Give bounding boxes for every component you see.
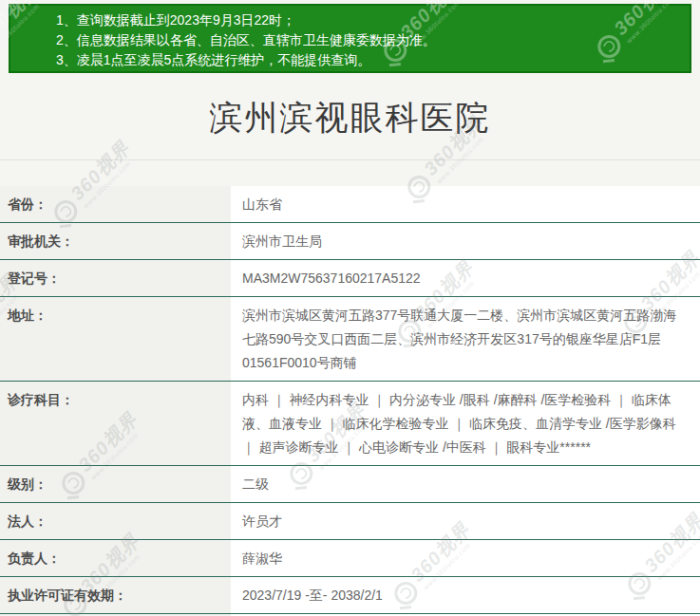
info-table: 省份： 山东省 审批机关： 滨州市卫生局 登记号： MA3M2W75637160… bbox=[0, 186, 700, 616]
row-value: 山东省 bbox=[231, 186, 700, 222]
row-label: 负责人： bbox=[0, 540, 231, 576]
row-label: 登记号： bbox=[0, 260, 231, 296]
row-label: 法人： bbox=[0, 503, 231, 539]
row-value: 二级 bbox=[231, 466, 700, 502]
row-value: 2023/7/19 -至- 2038/2/1 bbox=[231, 577, 700, 613]
row-label: 地址： bbox=[0, 297, 231, 381]
table-row-level: 级别： 二级 bbox=[0, 466, 700, 503]
row-label: 级别： bbox=[0, 466, 231, 502]
row-value: MA3M2W75637160217A5122 bbox=[231, 260, 700, 296]
table-row-registration-number: 登记号： MA3M2W75637160217A5122 bbox=[0, 260, 700, 297]
table-row-medical-subjects: 诊疗科目： 内科 ｜ 神经内科专业 ｜ 内分泌专业 /眼科 /麻醉科 /医学检验… bbox=[0, 382, 700, 466]
table-row-address: 地址： 滨州市滨城区黄河五路377号联通大厦一二楼、滨州市滨城区黄河五路渤海七路… bbox=[0, 297, 700, 382]
page-title: 滨州滨视眼科医院 bbox=[0, 99, 700, 136]
row-value: 薛淑华 bbox=[231, 540, 700, 576]
row-value: 滨州市滨城区黄河五路377号联通大厦一二楼、滨州市滨城区黄河五路渤海七路590号… bbox=[231, 297, 700, 381]
notice-banner: 1、查询数据截止到2023年9月3日22时； 2、信息数据结果以各省、自治区、直… bbox=[9, 4, 691, 73]
row-label: 执业许可证有效期： bbox=[0, 577, 231, 613]
row-value: 内科 ｜ 神经内科专业 ｜ 内分泌专业 /眼科 /麻醉科 /医学检验科 ｜ 临床… bbox=[231, 382, 700, 465]
table-row-approval-authority: 审批机关： 滨州市卫生局 bbox=[0, 223, 700, 260]
row-label: 诊疗科目： bbox=[0, 382, 231, 465]
hospital-info-page: 1、查询数据截止到2023年9月3日22时； 2、信息数据结果以各省、自治区、直… bbox=[0, 0, 700, 616]
notice-line-2: 2、信息数据结果以各省、自治区、直辖市卫生健康委数据为准。 bbox=[56, 30, 680, 50]
row-value: 滨州市卫生局 bbox=[231, 223, 700, 259]
row-value: 许员才 bbox=[231, 503, 700, 539]
row-label: 省份： bbox=[0, 186, 231, 222]
table-row-province: 省份： 山东省 bbox=[0, 186, 700, 223]
table-row-person-in-charge: 负责人： 薛淑华 bbox=[0, 540, 700, 577]
row-label: 审批机关： bbox=[0, 223, 231, 259]
notice-line-3: 3、凌晨1点至凌晨5点系统进行维护，不能提供查询。 bbox=[56, 50, 680, 70]
table-row-legal-person: 法人： 许员才 bbox=[0, 503, 700, 540]
notice-line-1: 1、查询数据截止到2023年9月3日22时； bbox=[56, 10, 680, 30]
table-row-license-validity: 执业许可证有效期： 2023/7/19 -至- 2038/2/1 bbox=[0, 577, 700, 614]
title-section: 滨州滨视眼科医院 bbox=[0, 73, 700, 160]
